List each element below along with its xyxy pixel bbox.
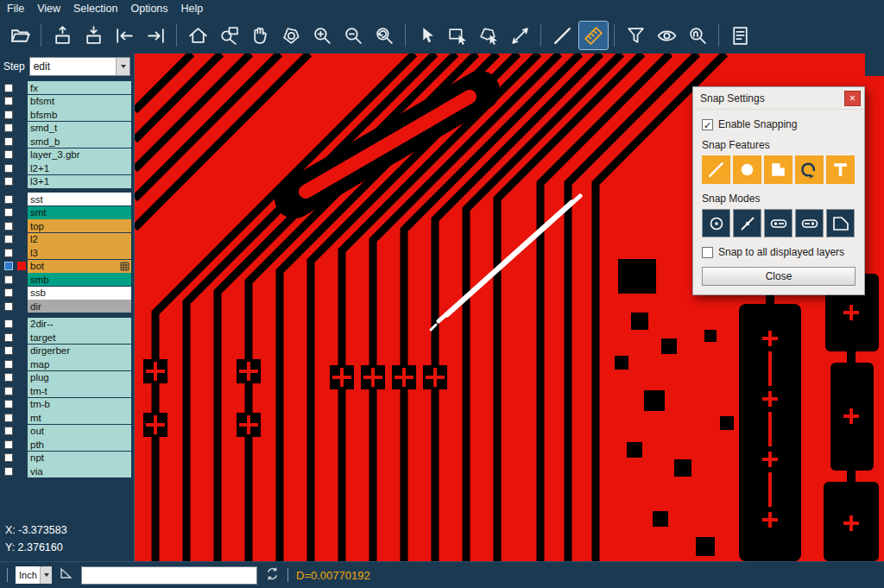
nav-right-button[interactable] <box>142 22 170 49</box>
checkbox-box[interactable] <box>702 247 713 258</box>
layer-checkbox[interactable] <box>4 84 13 92</box>
layer-checkbox[interactable] <box>4 177 13 186</box>
zoom-previous-button[interactable] <box>370 22 399 49</box>
layer-row-smd_b[interactable]: smd_b <box>0 135 134 148</box>
layer-row-l2+1[interactable]: l2+1 <box>0 161 134 174</box>
layer-label[interactable]: dir <box>28 300 131 313</box>
layer-row-ssb[interactable]: ssb <box>0 287 134 300</box>
layer-row-smb[interactable]: smb <box>0 273 134 286</box>
layer-label[interactable]: smb <box>28 273 131 286</box>
layer-label[interactable]: dirgerber <box>28 345 131 357</box>
snap-corner-button[interactable] <box>764 155 792 184</box>
layer-label[interactable]: l3 <box>28 246 131 259</box>
close-icon[interactable]: × <box>844 91 861 106</box>
layer-checkbox[interactable] <box>4 97 13 105</box>
ruler-snap-button[interactable] <box>579 22 608 49</box>
layer-row-bot[interactable]: bot <box>0 260 134 273</box>
layer-label[interactable]: 2dir-- <box>28 318 131 331</box>
layer-row-dirgerber[interactable]: dirgerber <box>0 345 134 357</box>
layer-checkbox[interactable] <box>4 427 13 435</box>
layer-label[interactable]: bfsmt <box>28 95 131 108</box>
open-file-button[interactable] <box>6 22 35 49</box>
layer-label[interactable]: out <box>28 425 131 438</box>
layer-label[interactable]: fx <box>28 81 131 94</box>
layer-checkbox[interactable] <box>4 111 13 119</box>
snap-line-button[interactable] <box>702 155 730 184</box>
snap-text-button[interactable] <box>826 155 855 184</box>
menu-item-selection[interactable]: Selection <box>73 3 117 15</box>
layer-row-smt[interactable]: smt <box>0 206 134 219</box>
command-input[interactable] <box>81 566 257 585</box>
layer-row-sst[interactable]: sst <box>0 193 134 205</box>
layer-row-pth[interactable]: pth <box>0 438 134 451</box>
layer-checkbox[interactable] <box>4 164 13 173</box>
layer-label[interactable]: l2 <box>28 233 131 246</box>
snap-arc-button[interactable] <box>795 155 824 184</box>
layer-row-l2[interactable]: l2 <box>0 233 134 246</box>
menu-item-file[interactable]: File <box>7 3 24 15</box>
step-dropdown[interactable]: edit <box>29 57 130 76</box>
layer-label[interactable]: mt <box>28 411 131 424</box>
layer-row-tm-t[interactable]: tm-t <box>0 384 134 397</box>
layer-label[interactable]: l3+1 <box>28 175 131 188</box>
checkbox-box[interactable]: ✓ <box>702 119 713 130</box>
layer-label[interactable]: l2+1 <box>28 161 131 174</box>
layer-checkbox[interactable] <box>4 195 13 204</box>
layer-checkbox[interactable] <box>4 222 13 231</box>
highlight-eye-button[interactable] <box>653 22 681 49</box>
find-net-button[interactable] <box>684 22 712 49</box>
layer-checkbox[interactable] <box>4 333 13 342</box>
layer-row-via[interactable]: via <box>0 465 134 477</box>
menu-item-help[interactable]: Help <box>181 3 204 15</box>
layer-label[interactable]: via <box>28 465 131 477</box>
layer-label[interactable]: smd_t <box>28 122 131 135</box>
layer-row-l3[interactable]: l3 <box>0 246 134 259</box>
layer-label[interactable]: smt <box>28 206 131 219</box>
layer-row-dir[interactable]: dir <box>0 300 134 313</box>
layer-checkbox[interactable] <box>4 208 13 217</box>
dialog-titlebar[interactable]: Snap Settings × <box>693 87 864 110</box>
measure-button[interactable] <box>506 22 534 49</box>
filter-button[interactable] <box>622 22 650 49</box>
chevron-down-icon[interactable] <box>116 58 129 75</box>
layer-checkbox[interactable] <box>4 400 13 408</box>
layer-row-bfsmt[interactable]: bfsmt <box>0 95 134 108</box>
layer-checkbox[interactable] <box>4 288 13 297</box>
mode-center-button[interactable] <box>702 209 730 237</box>
layer-checkbox[interactable] <box>4 249 13 257</box>
layer-row-l3+1[interactable]: l3+1 <box>0 175 134 188</box>
layer-checkbox[interactable] <box>4 150 13 159</box>
layer-row-2dir--[interactable]: 2dir-- <box>0 318 134 331</box>
pan-hand-button[interactable] <box>246 22 275 49</box>
layer-label[interactable]: sst <box>28 193 131 205</box>
layer-checkbox[interactable] <box>4 123 13 132</box>
layer-label[interactable]: pth <box>28 438 131 451</box>
layer-label[interactable]: plug <box>28 371 131 384</box>
layer-checkbox[interactable] <box>4 387 13 395</box>
report-button[interactable] <box>726 22 755 49</box>
layer-checkbox[interactable] <box>4 453 13 462</box>
import-up-button[interactable] <box>48 22 77 49</box>
layer-checkbox[interactable] <box>4 360 13 369</box>
layer-checkbox[interactable] <box>4 275 13 284</box>
close-button[interactable]: Close <box>702 267 856 286</box>
layer-label[interactable]: ssb <box>28 287 131 300</box>
layer-checkbox[interactable] <box>4 346 13 355</box>
select-polygon-button[interactable] <box>475 22 503 49</box>
layer-row-plug[interactable]: plug <box>0 371 134 384</box>
layer-label[interactable]: top <box>28 219 131 232</box>
menu-item-view[interactable]: View <box>37 3 60 15</box>
layer-row-out[interactable]: out <box>0 425 134 438</box>
nav-left-button[interactable] <box>110 22 139 49</box>
layer-label[interactable]: map <box>28 357 131 370</box>
layer-label[interactable]: target <box>28 331 131 344</box>
layer-checkbox[interactable] <box>4 319 13 328</box>
zoom-window-button[interactable] <box>215 22 243 49</box>
layer-row-bfsmb[interactable]: bfsmb <box>0 108 134 121</box>
select-window-button[interactable] <box>444 22 472 49</box>
mode-contour-button[interactable] <box>826 209 855 237</box>
layer-label[interactable]: smd_b <box>28 135 131 148</box>
layer-label[interactable]: bot <box>28 260 131 273</box>
layer-row-fx[interactable]: fx <box>0 81 134 94</box>
layer-row-npt[interactable]: npt <box>0 452 134 465</box>
